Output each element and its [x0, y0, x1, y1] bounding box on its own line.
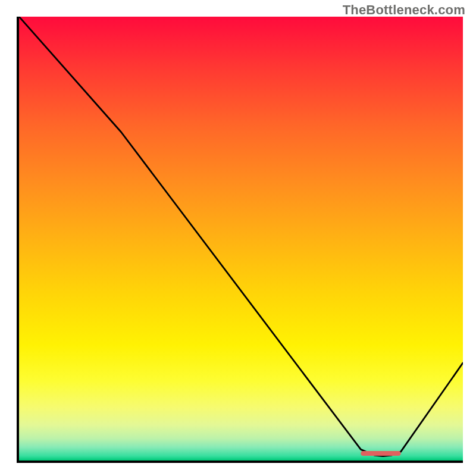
watermark-label: TheBottleneck.com	[343, 2, 465, 18]
optimal-zone-marker	[361, 451, 400, 456]
plot-area	[17, 17, 463, 463]
plot-svg	[19, 17, 463, 461]
chart-container: TheBottleneck.com	[0, 0, 476, 476]
bottleneck-curve-path	[19, 17, 463, 456]
